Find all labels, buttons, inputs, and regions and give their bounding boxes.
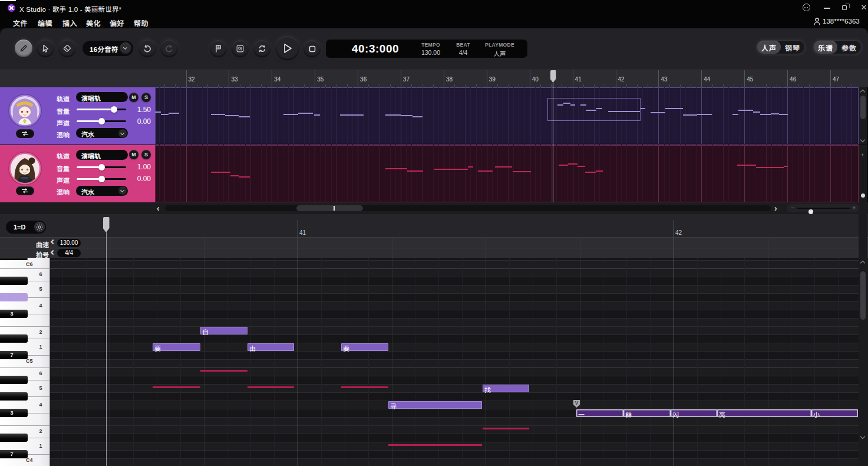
vzoom-knob[interactable] xyxy=(861,193,865,198)
key-signature-pill[interactable]: 1=D xyxy=(6,221,46,234)
track-header[interactable]: 轨道演唱轨MS音量1.00声道0.00混响汽水 xyxy=(0,145,155,203)
menu-item-2[interactable]: 编辑 xyxy=(38,18,52,28)
note[interactable]: 由 xyxy=(247,343,294,351)
pan-slider-knob[interactable] xyxy=(98,118,105,124)
minimize-button[interactable] xyxy=(823,4,831,12)
close-button[interactable]: ✕ xyxy=(860,4,868,12)
volume-slider-knob[interactable] xyxy=(111,106,117,113)
menu-item-1[interactable]: 文件 xyxy=(13,18,28,28)
piano-key-Asharp5[interactable] xyxy=(0,277,28,285)
timeline-ruler[interactable]: 32333435363738394041424344454647 xyxy=(0,70,868,87)
note[interactable]: 闪 xyxy=(671,409,717,417)
note-value-select[interactable]: 16分音符 xyxy=(82,41,133,56)
tempo-lane[interactable]: 曲速 130.00 xyxy=(0,237,868,248)
maximize-button[interactable] xyxy=(841,4,850,12)
pan-slider[interactable] xyxy=(77,178,126,180)
note[interactable]: 群 xyxy=(623,409,671,417)
marker-flag-button[interactable] xyxy=(210,40,227,57)
redo-button[interactable] xyxy=(160,40,178,57)
hum-lyric-button[interactable] xyxy=(232,40,249,57)
scroll-down-icon[interactable] xyxy=(860,434,864,439)
piano-key-Dsharp5[interactable] xyxy=(0,334,28,343)
note[interactable]: 要 xyxy=(153,343,200,351)
vzoom-plus-icon[interactable]: + xyxy=(861,152,864,158)
mute-button[interactable]: M xyxy=(129,93,138,102)
menu-item-4[interactable]: 美化 xyxy=(86,18,101,28)
volume-slider[interactable] xyxy=(77,109,126,110)
collapse-left-icon[interactable] xyxy=(51,250,55,254)
note[interactable]: 自 xyxy=(200,327,247,334)
menu-item-6[interactable]: 帮助 xyxy=(134,18,148,28)
play-button[interactable] xyxy=(275,36,299,60)
volume-slider[interactable] xyxy=(77,166,126,168)
reverb-select[interactable]: 汽水 xyxy=(76,186,128,196)
theme-icon[interactable] xyxy=(803,4,810,11)
scroll-left-icon[interactable]: ‹ xyxy=(157,204,160,212)
piano-key-Gsharp4[interactable] xyxy=(0,392,28,401)
gear-icon[interactable] xyxy=(34,222,45,232)
note[interactable]: 寻 xyxy=(388,401,482,409)
viewport-indicator[interactable] xyxy=(547,98,641,121)
timesig-lane[interactable]: 拍号 4/4 xyxy=(0,248,868,258)
solo-button[interactable]: S xyxy=(141,150,151,159)
horizontal-scrollbar[interactable] xyxy=(165,205,771,211)
scroll-up-icon[interactable] xyxy=(860,261,864,265)
track-clip[interactable] xyxy=(155,87,859,145)
scroll-up-icon[interactable] xyxy=(860,90,864,94)
breath-mark[interactable]: V xyxy=(573,400,580,408)
menu-item-3[interactable]: 插入 xyxy=(62,18,77,28)
mute-button[interactable]: M xyxy=(129,150,138,159)
scroll-right-icon[interactable]: › xyxy=(774,204,777,212)
note[interactable]: 小 xyxy=(811,409,858,417)
zoom-slider[interactable] xyxy=(797,208,850,209)
note[interactable]: 亮 xyxy=(717,409,811,417)
piano-key-Csharp4[interactable]: 7 xyxy=(0,450,28,458)
piano-key-Csharp5[interactable]: 7 xyxy=(0,351,28,359)
piano-key-Gsharp5[interactable] xyxy=(0,293,28,301)
track-vscroll-thumb[interactable] xyxy=(860,96,866,119)
piano-key-Fsharp5[interactable]: 3 xyxy=(0,310,28,318)
zoom-out-icon[interactable]: − xyxy=(791,205,794,211)
piano-roll-grid[interactable]: 要自由要寻找一群闪亮小VC665421C565421C43737 xyxy=(0,258,868,466)
zoom-in-icon[interactable]: + xyxy=(852,205,856,211)
pan-slider[interactable] xyxy=(77,120,126,122)
piano-keyboard[interactable]: C665421C565421C43737 xyxy=(0,258,50,466)
pianoroll-vscroll-thumb[interactable] xyxy=(860,271,866,320)
zoom-slider-knob[interactable] xyxy=(808,209,813,214)
select-tool-button[interactable] xyxy=(37,40,54,57)
piano-key-Asharp4[interactable] xyxy=(0,376,28,384)
toggle-view-option[interactable]: 参数 xyxy=(837,41,861,54)
reverb-select[interactable]: 汽水 xyxy=(76,128,128,138)
note[interactable]: 一 xyxy=(576,409,623,417)
stop-button[interactable] xyxy=(303,40,321,57)
avatar[interactable] xyxy=(11,154,39,183)
volume-slider-knob[interactable] xyxy=(98,164,105,170)
track-vertical-scrollbar[interactable] xyxy=(859,87,867,145)
track-clip[interactable] xyxy=(155,145,859,203)
loop-button[interactable] xyxy=(253,40,270,57)
menu-item-5[interactable]: 偏好 xyxy=(110,18,124,28)
swap-singer-button[interactable] xyxy=(16,129,34,138)
timesig-lane-value[interactable]: 4/4 xyxy=(57,249,81,257)
track-name-input[interactable]: 演唱轨 xyxy=(76,150,128,160)
solo-button[interactable]: S xyxy=(141,93,151,102)
swap-singer-button[interactable] xyxy=(16,186,34,195)
pan-slider-knob[interactable] xyxy=(98,176,105,182)
pencil-tool-button[interactable] xyxy=(15,40,32,57)
toggle-voice-option[interactable]: 人声 xyxy=(757,41,781,54)
toggle-voice-option[interactable]: 钢琴 xyxy=(781,41,804,54)
note[interactable]: 要 xyxy=(341,343,388,351)
pianoroll-vertical-scrollbar[interactable] xyxy=(859,214,867,466)
note[interactable]: 找 xyxy=(483,385,529,392)
horizontal-scrollbar-thumb[interactable] xyxy=(296,205,363,211)
eraser-tool-button[interactable] xyxy=(58,40,76,57)
tempo-lane-value[interactable]: 130.00 xyxy=(57,239,81,247)
track-header[interactable]: 轨道演唱轨MS音量1.50声道0.00混响汽水 xyxy=(0,87,155,145)
piano-key-Csharp6[interactable] xyxy=(0,258,28,260)
toggle-view-option[interactable]: 乐谱 xyxy=(814,41,837,54)
collapse-left-icon[interactable] xyxy=(51,239,55,244)
piano-key-Fsharp4[interactable]: 3 xyxy=(0,409,28,417)
track-name-input[interactable]: 演唱轨 xyxy=(76,92,128,102)
avatar[interactable] xyxy=(11,96,39,125)
scroll-down-icon[interactable] xyxy=(860,137,864,142)
